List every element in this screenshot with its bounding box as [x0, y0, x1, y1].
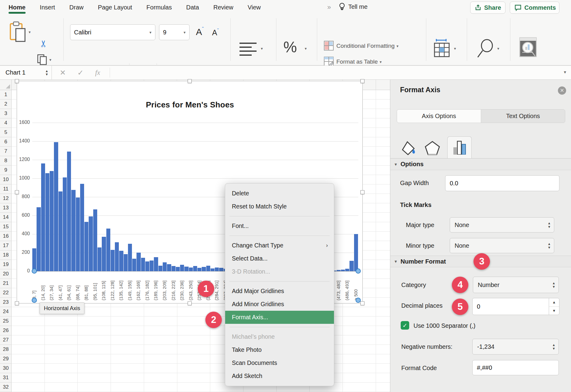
- histogram-bar[interactable]: [119, 251, 123, 271]
- row-header-21[interactable]: 21: [0, 279, 12, 288]
- ribbon-tab-insert[interactable]: Insert: [40, 0, 55, 15]
- alignment-chevron[interactable]: ▾: [261, 46, 263, 51]
- select-all-corner[interactable]: [0, 80, 12, 90]
- row-header-16[interactable]: 16: [0, 232, 12, 241]
- menu-item-add-minor-gridlines[interactable]: Add Minor Gridlines: [225, 298, 334, 311]
- number-format-icon[interactable]: %: [283, 38, 297, 56]
- tab-text-options[interactable]: Text Options: [481, 110, 565, 123]
- chart-title[interactable]: Prices for Men's Shoes: [17, 100, 363, 110]
- histogram-bar[interactable]: [106, 229, 110, 271]
- font-name-combo[interactable]: Calibri ▾: [70, 24, 155, 40]
- histogram-bar[interactable]: [98, 247, 101, 271]
- histogram-bar[interactable]: [211, 268, 215, 271]
- histogram-bar[interactable]: [193, 266, 197, 271]
- histogram-bar[interactable]: [141, 258, 145, 271]
- negative-numbers-dropdown[interactable]: -1,234 ▲▼: [472, 339, 559, 355]
- number-chevron[interactable]: ▾: [305, 46, 307, 51]
- histogram-bar[interactable]: [71, 190, 75, 271]
- histogram-bar[interactable]: [354, 234, 358, 271]
- name-box-stepper[interactable]: ▲▼: [45, 70, 51, 76]
- paste-dropdown-chevron[interactable]: ▾: [29, 30, 31, 34]
- histogram-bar[interactable]: [341, 270, 345, 271]
- share-button[interactable]: Share: [470, 2, 505, 14]
- menu-item-add-sketch[interactable]: Add Sketch: [225, 369, 334, 383]
- histogram-bar[interactable]: [176, 267, 180, 271]
- formula-input[interactable]: [113, 67, 559, 78]
- histogram-bar[interactable]: [167, 264, 171, 271]
- histogram-bar[interactable]: [80, 184, 84, 271]
- row-header-27[interactable]: 27: [0, 335, 12, 345]
- editing-chevron[interactable]: ▾: [497, 46, 499, 51]
- paste-button[interactable]: ▾: [9, 21, 31, 43]
- histogram-bar[interactable]: [180, 265, 184, 271]
- row-header-11[interactable]: 11: [0, 184, 12, 194]
- histogram-bar[interactable]: [137, 253, 140, 271]
- copy-button[interactable]: ▾: [37, 54, 51, 65]
- row-header-10[interactable]: 10: [0, 175, 12, 184]
- histogram-bar[interactable]: [124, 254, 128, 271]
- tell-me-button[interactable]: Tell me: [339, 2, 367, 11]
- ribbon-tab-formulas[interactable]: Formulas: [147, 0, 172, 15]
- row-header-22[interactable]: 22: [0, 288, 12, 298]
- row-header-1[interactable]: 1: [0, 90, 12, 100]
- menu-item-format-axis[interactable]: Format Axis...: [225, 311, 334, 324]
- minor-type-dropdown[interactable]: None ▲▼: [450, 238, 554, 253]
- histogram-bar[interactable]: [45, 173, 49, 271]
- histogram-bar[interactable]: [89, 216, 93, 271]
- axis-selection-handle[interactable]: [356, 268, 361, 274]
- decimal-places-spinner[interactable]: ▲▼: [549, 298, 559, 315]
- decimal-places-input[interactable]: 0 ▲▼: [472, 298, 559, 315]
- ribbon-tab-draw[interactable]: Draw: [69, 0, 84, 15]
- histogram-bar[interactable]: [206, 266, 210, 271]
- cancel-entry-icon[interactable]: ✕: [60, 68, 66, 77]
- conditional-formatting-button[interactable]: Conditional Formatting ▾: [336, 43, 399, 49]
- row-header-30[interactable]: 30: [0, 364, 12, 373]
- histogram-bar[interactable]: [158, 266, 162, 271]
- histogram-bar[interactable]: [349, 261, 353, 271]
- row-header-18[interactable]: 18: [0, 250, 12, 260]
- histogram-bar[interactable]: [172, 266, 176, 271]
- increase-font-size-button[interactable]: Aˆ: [196, 26, 204, 37]
- major-type-dropdown[interactable]: None ▲▼: [450, 217, 554, 233]
- alignment-icon[interactable]: [239, 42, 257, 56]
- histogram-bar[interactable]: [50, 171, 54, 271]
- histogram-bar[interactable]: [84, 222, 88, 271]
- row-header-29[interactable]: 29: [0, 354, 12, 364]
- chart-resize-handle[interactable]: [188, 301, 192, 305]
- histogram-bar[interactable]: [37, 207, 41, 271]
- cells-chevron[interactable]: ▾: [454, 46, 456, 51]
- row-header-13[interactable]: 13: [0, 203, 12, 213]
- histogram-bar[interactable]: [154, 257, 158, 271]
- histogram-bar[interactable]: [189, 268, 193, 271]
- histogram-bar[interactable]: [197, 268, 201, 271]
- histogram-bar[interactable]: [132, 259, 136, 271]
- menu-item-delete[interactable]: Delete: [225, 187, 334, 200]
- row-header-9[interactable]: 9: [0, 166, 12, 175]
- row-header-32[interactable]: 32: [0, 383, 12, 392]
- decrease-font-size-button[interactable]: Aˇ: [212, 28, 219, 37]
- row-header-26[interactable]: 26: [0, 326, 12, 335]
- histogram-bar[interactable]: [102, 237, 106, 271]
- ribbon-tab-review[interactable]: Review: [213, 0, 233, 15]
- row-header-4[interactable]: 4: [0, 118, 12, 128]
- cut-icon[interactable]: ✂: [38, 40, 49, 47]
- histogram-bar[interactable]: [63, 177, 67, 271]
- format-as-table-button[interactable]: Format as Table ▾: [336, 58, 381, 65]
- row-header-8[interactable]: 8: [0, 156, 12, 166]
- histogram-bar[interactable]: [54, 142, 58, 271]
- histogram-bar[interactable]: [219, 268, 223, 271]
- chart-resize-handle[interactable]: [360, 301, 364, 305]
- axis-selection-handle[interactable]: [32, 268, 37, 274]
- chart-resize-handle[interactable]: [15, 301, 19, 305]
- ribbon-tab-page-layout[interactable]: Page Layout: [98, 0, 132, 15]
- histogram-bar[interactable]: [111, 250, 115, 271]
- histogram-bar[interactable]: [215, 268, 219, 271]
- histogram-bar[interactable]: [150, 261, 154, 271]
- row-header-17[interactable]: 17: [0, 241, 12, 250]
- insert-function-icon[interactable]: fx: [95, 69, 100, 77]
- use-1000-separator-checkbox[interactable]: ✓: [401, 321, 409, 330]
- histogram-bar[interactable]: [337, 270, 341, 271]
- menu-item-scan-documents[interactable]: Scan Documents: [225, 356, 334, 369]
- row-header-5[interactable]: 5: [0, 128, 12, 137]
- menu-item-add-major-gridlines[interactable]: Add Major Gridlines: [225, 285, 334, 298]
